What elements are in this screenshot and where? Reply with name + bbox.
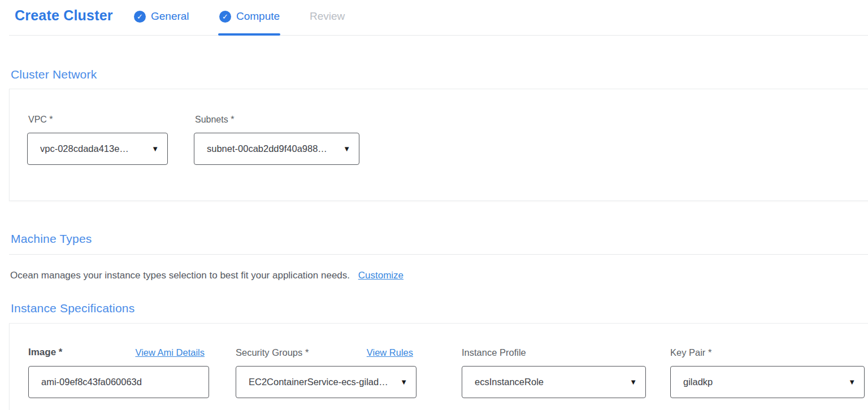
view-ami-details-link[interactable]: View Ami Details (135, 347, 205, 358)
tab-compute[interactable]: ✓ Compute (219, 9, 280, 24)
caret-down-icon: ▼ (630, 378, 637, 386)
key-pair-label-row: Key Pair * (670, 346, 865, 359)
image-input[interactable] (28, 366, 209, 398)
caret-down-icon: ▼ (151, 145, 159, 152)
machine-types-divider (9, 254, 868, 255)
key-pair-select-value: giladkp (683, 377, 713, 387)
subnets-select[interactable]: subnet-00cab2dd9f40a988… ▼ (194, 133, 359, 165)
customize-link[interactable]: Customize (358, 270, 403, 281)
tab-general-label: General (151, 10, 189, 23)
machine-types-heading: Machine Types (11, 232, 92, 246)
instance-specifications-heading: Instance Specifications (11, 302, 134, 315)
subnets-select-value: subnet-00cab2dd9f40a988… (207, 143, 327, 154)
tab-review-label: Review (310, 10, 345, 23)
image-label-row: Image * View Ami Details (28, 346, 205, 359)
machine-types-description: Ocean manages your instance types select… (10, 270, 403, 281)
active-tab-underline (218, 33, 280, 36)
vpc-select[interactable]: vpc-028cdada413e… ▼ (27, 133, 168, 165)
subnets-label: Subnets * (195, 115, 234, 125)
security-groups-select-value: EC2ContainerService-ecs-gilad… (249, 377, 388, 387)
image-label: Image * (28, 347, 62, 358)
security-groups-select[interactable]: EC2ContainerService-ecs-gilad… ▼ (236, 366, 416, 398)
key-pair-label: Key Pair * (670, 347, 711, 358)
security-groups-label-row: Security Groups * View Rules (236, 346, 413, 359)
machine-types-description-text: Ocean manages your instance types select… (10, 270, 350, 281)
check-icon: ✓ (219, 11, 231, 23)
view-rules-link[interactable]: View Rules (367, 347, 413, 358)
key-pair-select[interactable]: giladkp ▼ (670, 366, 865, 398)
caret-down-icon: ▼ (848, 378, 856, 386)
tab-compute-label: Compute (236, 10, 280, 23)
cluster-network-heading: Cluster Network (11, 68, 97, 81)
tab-review[interactable]: Review (310, 9, 345, 24)
caret-down-icon: ▼ (400, 378, 407, 386)
tab-general[interactable]: ✓ General (134, 9, 189, 24)
caret-down-icon: ▼ (343, 145, 350, 152)
instance-profile-label-row: Instance Profile (462, 346, 646, 359)
vpc-label: VPC * (28, 115, 53, 125)
tabs-divider (9, 35, 868, 36)
instance-profile-select-value: ecsInstanceRole (475, 377, 544, 387)
security-groups-label: Security Groups * (236, 347, 309, 358)
instance-profile-select[interactable]: ecsInstanceRole ▼ (462, 366, 646, 398)
page-title: Create Cluster (15, 7, 113, 24)
instance-profile-label: Instance Profile (462, 347, 526, 358)
check-icon: ✓ (134, 11, 146, 23)
create-cluster-wizard: Create Cluster ✓ General ✓ Compute Revie… (0, 0, 868, 410)
vpc-select-value: vpc-028cdada413e… (40, 143, 129, 154)
